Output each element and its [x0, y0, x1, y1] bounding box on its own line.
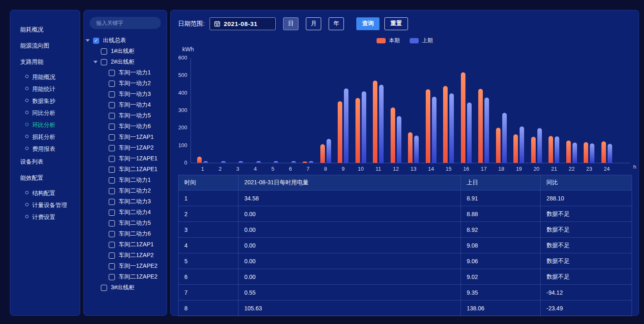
table-cell: 0.00	[239, 206, 461, 222]
x-tick-3: 3	[236, 166, 239, 172]
tree-node-车间一动力1[interactable]: 车间一动力1	[84, 67, 167, 78]
tree-node-车间二1ZAPE2[interactable]: 车间二1ZAPE2	[84, 272, 167, 282]
sidebar-item-设备列表[interactable]: 设备列表	[10, 157, 80, 174]
tree-node-label: 车间二动力1	[119, 176, 151, 184]
bar-上期-h13	[414, 136, 419, 163]
tree-checkbox[interactable]	[101, 285, 107, 291]
caret-down-icon[interactable]	[86, 39, 90, 42]
sidebar-subitem-结构配置[interactable]: 结构配置	[10, 190, 80, 202]
sidebar-subitem-环比分析[interactable]: 环比分析	[10, 122, 80, 133]
tree-node-车间二动力2[interactable]: 车间二动力2	[84, 186, 167, 196]
sidebar-item-能耗概况[interactable]: 能耗概况	[10, 25, 80, 41]
tree-checkbox[interactable]	[109, 231, 115, 237]
bar-上期-h22	[572, 143, 577, 163]
table-cell: 7	[179, 285, 239, 300]
tree-node-车间一1ZAPE1[interactable]: 车间一1ZAPE1	[84, 153, 167, 164]
tree-node-车间二1ZAP1[interactable]: 车间二1ZAP1	[84, 239, 167, 250]
tree-checkbox[interactable]	[109, 177, 115, 183]
sidebar-subitem-费用报表[interactable]: 费用报表	[10, 145, 80, 157]
tree-node-车间二动力6[interactable]: 车间二动力6	[84, 229, 167, 239]
tree-node-label: 车间一1ZAP2	[119, 144, 154, 152]
bar-上期-h23	[590, 143, 594, 163]
table-cell: 138.06	[461, 300, 541, 316]
bar-本期-h22	[566, 141, 571, 163]
sidebar-item-支路用能[interactable]: 支路用能	[10, 57, 80, 74]
tree-node-车间一1ZAP1[interactable]: 车间一1ZAP1	[84, 132, 167, 143]
table-cell: 6	[179, 269, 239, 285]
radio-dot-icon	[25, 111, 29, 114]
sidebar-subitem-label: 数据集抄	[32, 98, 55, 104]
bar-本期-h18	[496, 128, 501, 163]
tree-node-label: 车间二动力6	[119, 230, 151, 238]
tree-checkbox[interactable]	[109, 81, 115, 87]
tree-checkbox[interactable]	[109, 102, 115, 108]
tree-checkbox[interactable]	[109, 156, 115, 162]
sidebar-subitem-数据集抄[interactable]: 数据集抄	[10, 98, 80, 110]
tree-node-车间一动力5[interactable]: 车间一动力5	[84, 110, 167, 121]
x-tick-20: 20	[534, 166, 539, 172]
x-tick-21: 21	[551, 166, 557, 172]
sidebar-subitem-同比分析[interactable]: 同比分析	[10, 110, 80, 122]
hourly-data-table: 时间2021-08-31日每时用电量上日同比 134.588.91288.102…	[178, 175, 632, 316]
table-header-同比: 同比	[541, 175, 632, 191]
tree-node-label: 车间一动力4	[119, 101, 151, 109]
sidebar-subitem-计费设置[interactable]: 计费设置	[10, 214, 80, 226]
sidebar-subitem-用能概况[interactable]: 用能概况	[10, 74, 80, 86]
tree-checkbox[interactable]: ✓	[93, 38, 99, 44]
tree-checkbox[interactable]	[109, 124, 115, 130]
sidebar-nav: 能耗概况能源流向图支路用能用能概况用能统计数据集抄同比分析环比分析损耗分析费用报…	[10, 10, 80, 316]
tree-node-车间一动力2[interactable]: 车间一动力2	[84, 78, 167, 89]
tree-checkbox[interactable]	[109, 188, 115, 194]
sidebar-subitem-损耗分析[interactable]: 损耗分析	[10, 133, 80, 145]
tree-node-车间一动力3[interactable]: 车间一动力3	[84, 89, 167, 100]
tree-checkbox[interactable]	[109, 70, 115, 76]
tree-node-车间一动力4[interactable]: 车间一动力4	[84, 100, 167, 110]
y-tick-100: 100	[171, 142, 187, 148]
tree-checkbox[interactable]	[109, 167, 115, 173]
tree-checkbox[interactable]	[109, 210, 115, 216]
tree-checkbox[interactable]	[101, 48, 107, 55]
tree-node-车间一动力6[interactable]: 车间一动力6	[84, 121, 167, 132]
x-tick-7: 7	[306, 166, 309, 172]
table-cell: 34.58	[239, 191, 461, 206]
tree-node-车间二动力5[interactable]: 车间二动力5	[84, 218, 167, 229]
tree-node-车间二动力3[interactable]: 车间二动力3	[84, 196, 167, 207]
tree-checkbox[interactable]	[109, 134, 115, 141]
x-tick-2: 2	[219, 166, 222, 172]
table-cell: 数据不足	[541, 238, 632, 253]
tree-checkbox[interactable]	[109, 91, 115, 98]
caret-down-icon[interactable]	[93, 61, 98, 63]
tree-checkbox[interactable]	[109, 145, 115, 151]
tree-node-车间二动力4[interactable]: 车间二动力4	[84, 207, 167, 218]
bar-本期-h1	[197, 157, 202, 163]
tree-checkbox[interactable]	[101, 59, 107, 65]
sidebar-item-能源流向图[interactable]: 能源流向图	[10, 41, 80, 57]
tree-node-出线总表[interactable]: ✓出线总表	[84, 35, 167, 46]
sidebar-item-能效配置[interactable]: 能效配置	[10, 174, 80, 190]
tree-checkbox[interactable]	[109, 253, 115, 259]
tree-node-3#出线柜[interactable]: 3#出线柜	[84, 282, 167, 293]
radio-dot-icon	[25, 135, 29, 138]
table-row: 40.009.08数据不足	[179, 238, 632, 253]
tree-node-1#出线柜[interactable]: 1#出线柜	[84, 46, 167, 57]
tree-node-2#出线柜[interactable]: 2#出线柜	[84, 57, 167, 67]
tree-checkbox[interactable]	[109, 220, 115, 226]
tree-search-input[interactable]	[90, 17, 161, 29]
tree-node-车间二动力1[interactable]: 车间二动力1	[84, 175, 167, 186]
tree-checkbox[interactable]	[109, 263, 115, 269]
x-axis-line	[191, 163, 630, 163]
sidebar-subitem-用能统计[interactable]: 用能统计	[10, 86, 80, 98]
sidebar-subitem-计量设备管理[interactable]: 计量设备管理	[10, 202, 80, 214]
tree-node-车间一1ZAP2[interactable]: 车间一1ZAP2	[84, 143, 167, 153]
table-row: 30.008.92数据不足	[179, 222, 632, 238]
tree-node-车间二1ZAPE1[interactable]: 车间二1ZAPE1	[84, 164, 167, 175]
tree-checkbox[interactable]	[109, 113, 115, 119]
tree-checkbox[interactable]	[109, 274, 115, 280]
bar-上期-h20	[537, 128, 542, 163]
table-cell: 0.00	[239, 253, 461, 269]
tree-checkbox[interactable]	[109, 242, 115, 248]
tree-node-label: 车间二1ZAPE1	[119, 166, 157, 173]
tree-checkbox[interactable]	[109, 199, 115, 205]
tree-node-车间二1ZAP2[interactable]: 车间二1ZAP2	[84, 250, 167, 261]
tree-node-车间一1ZAPE2[interactable]: 车间一1ZAPE2	[84, 261, 167, 272]
